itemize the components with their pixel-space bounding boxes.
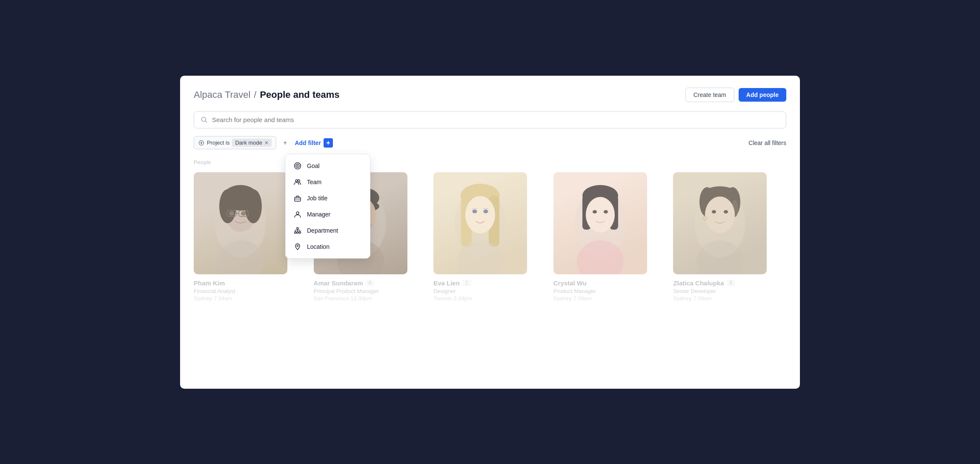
header-actions: Create team Add people	[685, 88, 786, 102]
app-container: Alpaca Travel / People and teams Create …	[179, 75, 801, 390]
search-bar	[194, 111, 786, 128]
plus-icon: +	[283, 139, 287, 147]
svg-point-63	[712, 210, 716, 213]
svg-rect-12	[297, 228, 298, 229]
filter-plus-button[interactable]: +	[281, 137, 289, 148]
person-card-eva-lien[interactable]: Eva Lien 2 Designer Toronto 3:34pm	[433, 172, 547, 302]
person-role-eva-lien: Designer	[433, 288, 456, 294]
search-input[interactable]	[212, 116, 779, 123]
dropdown-item-manager[interactable]: Manager	[286, 206, 370, 222]
svg-point-45	[465, 196, 495, 233]
dropdown-item-manager-label: Manager	[307, 211, 330, 218]
team-icon	[293, 178, 302, 186]
person-icon	[293, 211, 302, 218]
page-title: People and teams	[260, 89, 339, 100]
svg-point-8	[298, 179, 300, 182]
add-filter-plus-icon: +	[324, 138, 333, 148]
svg-point-7	[295, 179, 298, 182]
hierarchy-icon	[293, 227, 302, 234]
dropdown-item-goal-label: Goal	[307, 162, 320, 169]
location-icon	[293, 243, 302, 251]
dropdown-item-department-label: Department	[307, 227, 338, 234]
svg-point-64	[724, 210, 728, 213]
dropdown-item-location[interactable]: Location	[286, 239, 370, 255]
add-filter-label: Add filter	[295, 139, 321, 146]
filter-icon	[198, 139, 204, 146]
dropdown-item-department[interactable]: Department	[286, 222, 370, 239]
person-meta-pham-kim: Sydney 7:34am	[194, 295, 232, 302]
section-label: People	[194, 159, 786, 165]
svg-point-47	[484, 209, 488, 213]
avatar-zlatica-chalupka	[673, 172, 767, 274]
svg-point-11	[296, 212, 299, 214]
svg-point-31	[241, 211, 246, 216]
person-role-amar-sundaram: Principal Product Manager	[314, 288, 379, 294]
filter-remove-button[interactable]: ✕	[264, 140, 269, 146]
svg-point-26	[245, 189, 262, 223]
svg-point-6	[297, 165, 298, 166]
svg-point-55	[604, 210, 608, 213]
svg-point-30	[229, 211, 234, 216]
clear-filters-button[interactable]: Clear all filters	[748, 139, 786, 146]
svg-point-3	[201, 142, 202, 144]
breadcrumb-separator: /	[254, 89, 256, 100]
person-meta-crystal-wu: Sydney 7:34am	[553, 295, 592, 302]
person-name-pham-kim: Pham Kim	[194, 279, 225, 287]
avatar-crystal-wu	[553, 172, 647, 274]
avatar-eva-lien	[433, 172, 527, 274]
people-grid: Pham Kim Financial Analyst Sydney 7:34am	[194, 172, 786, 302]
person-role-zlatica-chalupka: Senior Developer	[673, 288, 716, 294]
person-badge-zlatica: 8	[727, 279, 736, 286]
person-meta-amar-sundaram: San Francisco 12:34pm	[314, 295, 372, 302]
person-card-crystal-wu[interactable]: Crystal Wu Product Manager Sydney 7:34am	[553, 172, 667, 302]
person-name-amar-sundaram: Amar Sundaram 8	[314, 279, 375, 287]
person-role-pham-kim: Financial Analyst	[194, 288, 235, 294]
create-team-button[interactable]: Create team	[685, 88, 734, 102]
person-role-crystal-wu: Product Manager	[553, 288, 596, 294]
person-meta-zlatica-chalupka: Sydney 7:34am	[673, 295, 711, 302]
add-people-button[interactable]: Add people	[739, 88, 786, 102]
svg-rect-15	[299, 232, 301, 233]
page-header: Alpaca Travel / People and teams Create …	[194, 88, 786, 102]
svg-point-21	[297, 245, 298, 247]
dropdown-item-goal[interactable]: Goal	[286, 158, 370, 174]
svg-rect-13	[295, 232, 296, 233]
dropdown-item-team-label: Team	[307, 179, 321, 185]
filter-row: Project is Dark mode ✕ + Add filter + Cl…	[194, 136, 786, 150]
dropdown-item-location-label: Location	[307, 243, 330, 250]
svg-point-46	[473, 209, 477, 213]
dropdown-item-job-title-label: Job title	[307, 195, 327, 202]
app-name: Alpaca Travel	[194, 89, 250, 100]
filter-value: Dark mode ✕	[232, 139, 272, 147]
filter-label: Project is	[207, 139, 229, 146]
briefcase-icon	[293, 194, 302, 202]
dropdown-item-job-title[interactable]: Job title	[286, 190, 370, 206]
person-name-zlatica-chalupka: Zlatica Chalupka 8	[673, 279, 735, 287]
svg-line-1	[206, 121, 207, 123]
person-badge-amar: 8	[365, 279, 374, 286]
svg-point-25	[219, 189, 236, 223]
svg-point-62	[705, 196, 735, 233]
person-badge-eva: 2	[462, 279, 471, 286]
search-icon	[201, 116, 208, 124]
project-filter-chip: Project is Dark mode ✕	[194, 136, 276, 149]
breadcrumb: Alpaca Travel / People and teams	[194, 89, 340, 100]
people-section: People	[194, 159, 786, 302]
person-meta-eva-lien: Toronto 3:34pm	[433, 295, 472, 302]
dropdown-item-team[interactable]: Team	[286, 174, 370, 190]
person-name-eva-lien: Eva Lien 2	[433, 279, 471, 287]
filter-dropdown: Goal Team	[285, 154, 370, 259]
svg-point-54	[593, 210, 597, 213]
person-card-zlatica-chalupka[interactable]: Zlatica Chalupka 8 Senior Developer Sydn…	[673, 172, 786, 302]
person-name-crystal-wu: Crystal Wu	[553, 279, 587, 287]
goal-icon	[293, 162, 302, 170]
svg-rect-14	[297, 232, 298, 233]
avatar-pham-kim	[194, 172, 287, 274]
svg-point-53	[586, 197, 615, 233]
add-filter-button[interactable]: Add filter +	[294, 136, 333, 150]
